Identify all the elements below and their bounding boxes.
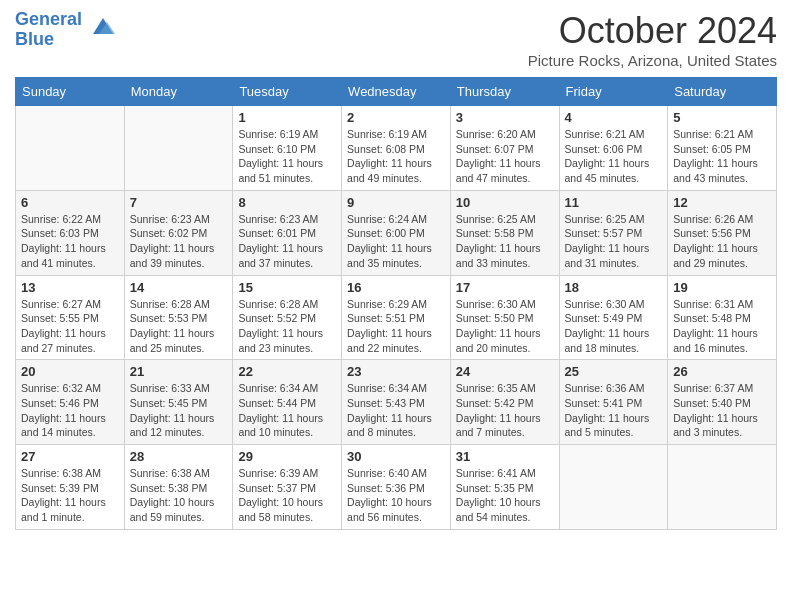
calendar-cell: 21Sunrise: 6:33 AM Sunset: 5:45 PM Dayli… — [124, 360, 233, 445]
calendar-cell: 17Sunrise: 6:30 AM Sunset: 5:50 PM Dayli… — [450, 275, 559, 360]
calendar-cell: 8Sunrise: 6:23 AM Sunset: 6:01 PM Daylig… — [233, 190, 342, 275]
location: Picture Rocks, Arizona, United States — [528, 52, 777, 69]
calendar-cell: 30Sunrise: 6:40 AM Sunset: 5:36 PM Dayli… — [342, 445, 451, 530]
day-info: Sunrise: 6:35 AM Sunset: 5:42 PM Dayligh… — [456, 381, 554, 440]
calendar-cell: 24Sunrise: 6:35 AM Sunset: 5:42 PM Dayli… — [450, 360, 559, 445]
day-info: Sunrise: 6:25 AM Sunset: 5:57 PM Dayligh… — [565, 212, 663, 271]
day-info: Sunrise: 6:21 AM Sunset: 6:05 PM Dayligh… — [673, 127, 771, 186]
day-number: 14 — [130, 280, 228, 295]
calendar-cell: 9Sunrise: 6:24 AM Sunset: 6:00 PM Daylig… — [342, 190, 451, 275]
day-number: 29 — [238, 449, 336, 464]
calendar-cell: 12Sunrise: 6:26 AM Sunset: 5:56 PM Dayli… — [668, 190, 777, 275]
day-number: 30 — [347, 449, 445, 464]
day-info: Sunrise: 6:40 AM Sunset: 5:36 PM Dayligh… — [347, 466, 445, 525]
day-number: 8 — [238, 195, 336, 210]
day-info: Sunrise: 6:31 AM Sunset: 5:48 PM Dayligh… — [673, 297, 771, 356]
calendar-cell: 7Sunrise: 6:23 AM Sunset: 6:02 PM Daylig… — [124, 190, 233, 275]
day-info: Sunrise: 6:19 AM Sunset: 6:08 PM Dayligh… — [347, 127, 445, 186]
calendar-cell: 11Sunrise: 6:25 AM Sunset: 5:57 PM Dayli… — [559, 190, 668, 275]
day-info: Sunrise: 6:25 AM Sunset: 5:58 PM Dayligh… — [456, 212, 554, 271]
day-number: 3 — [456, 110, 554, 125]
day-info: Sunrise: 6:39 AM Sunset: 5:37 PM Dayligh… — [238, 466, 336, 525]
calendar-cell — [16, 106, 125, 191]
calendar-cell: 2Sunrise: 6:19 AM Sunset: 6:08 PM Daylig… — [342, 106, 451, 191]
day-info: Sunrise: 6:23 AM Sunset: 6:02 PM Dayligh… — [130, 212, 228, 271]
day-number: 21 — [130, 364, 228, 379]
day-info: Sunrise: 6:38 AM Sunset: 5:38 PM Dayligh… — [130, 466, 228, 525]
calendar-cell: 26Sunrise: 6:37 AM Sunset: 5:40 PM Dayli… — [668, 360, 777, 445]
calendar-table: SundayMondayTuesdayWednesdayThursdayFrid… — [15, 77, 777, 530]
calendar-cell: 4Sunrise: 6:21 AM Sunset: 6:06 PM Daylig… — [559, 106, 668, 191]
day-number: 2 — [347, 110, 445, 125]
calendar-cell — [559, 445, 668, 530]
day-header-friday: Friday — [559, 78, 668, 106]
calendar-cell: 22Sunrise: 6:34 AM Sunset: 5:44 PM Dayli… — [233, 360, 342, 445]
day-number: 23 — [347, 364, 445, 379]
day-info: Sunrise: 6:23 AM Sunset: 6:01 PM Dayligh… — [238, 212, 336, 271]
calendar-cell: 3Sunrise: 6:20 AM Sunset: 6:07 PM Daylig… — [450, 106, 559, 191]
day-number: 28 — [130, 449, 228, 464]
day-number: 15 — [238, 280, 336, 295]
day-number: 18 — [565, 280, 663, 295]
calendar-cell: 18Sunrise: 6:30 AM Sunset: 5:49 PM Dayli… — [559, 275, 668, 360]
day-number: 7 — [130, 195, 228, 210]
day-header-wednesday: Wednesday — [342, 78, 451, 106]
day-number: 20 — [21, 364, 119, 379]
day-header-monday: Monday — [124, 78, 233, 106]
day-info: Sunrise: 6:30 AM Sunset: 5:49 PM Dayligh… — [565, 297, 663, 356]
day-info: Sunrise: 6:34 AM Sunset: 5:43 PM Dayligh… — [347, 381, 445, 440]
day-header-sunday: Sunday — [16, 78, 125, 106]
day-number: 11 — [565, 195, 663, 210]
calendar-week-row: 27Sunrise: 6:38 AM Sunset: 5:39 PM Dayli… — [16, 445, 777, 530]
day-header-thursday: Thursday — [450, 78, 559, 106]
day-info: Sunrise: 6:32 AM Sunset: 5:46 PM Dayligh… — [21, 381, 119, 440]
day-info: Sunrise: 6:33 AM Sunset: 5:45 PM Dayligh… — [130, 381, 228, 440]
calendar-cell: 29Sunrise: 6:39 AM Sunset: 5:37 PM Dayli… — [233, 445, 342, 530]
calendar-cell: 25Sunrise: 6:36 AM Sunset: 5:41 PM Dayli… — [559, 360, 668, 445]
calendar-cell: 13Sunrise: 6:27 AM Sunset: 5:55 PM Dayli… — [16, 275, 125, 360]
day-info: Sunrise: 6:27 AM Sunset: 5:55 PM Dayligh… — [21, 297, 119, 356]
day-number: 16 — [347, 280, 445, 295]
day-number: 9 — [347, 195, 445, 210]
day-number: 1 — [238, 110, 336, 125]
title-block: October 2024 Picture Rocks, Arizona, Uni… — [528, 10, 777, 69]
day-info: Sunrise: 6:19 AM Sunset: 6:10 PM Dayligh… — [238, 127, 336, 186]
day-info: Sunrise: 6:24 AM Sunset: 6:00 PM Dayligh… — [347, 212, 445, 271]
day-number: 24 — [456, 364, 554, 379]
day-info: Sunrise: 6:20 AM Sunset: 6:07 PM Dayligh… — [456, 127, 554, 186]
logo-text: General Blue — [15, 10, 82, 50]
day-info: Sunrise: 6:26 AM Sunset: 5:56 PM Dayligh… — [673, 212, 771, 271]
day-number: 13 — [21, 280, 119, 295]
day-info: Sunrise: 6:41 AM Sunset: 5:35 PM Dayligh… — [456, 466, 554, 525]
day-number: 26 — [673, 364, 771, 379]
page-header: General Blue October 2024 Picture Rocks,… — [15, 10, 777, 69]
calendar-cell: 28Sunrise: 6:38 AM Sunset: 5:38 PM Dayli… — [124, 445, 233, 530]
day-number: 10 — [456, 195, 554, 210]
calendar-cell: 14Sunrise: 6:28 AM Sunset: 5:53 PM Dayli… — [124, 275, 233, 360]
logo: General Blue — [15, 10, 117, 50]
day-number: 6 — [21, 195, 119, 210]
day-number: 25 — [565, 364, 663, 379]
calendar-week-row: 6Sunrise: 6:22 AM Sunset: 6:03 PM Daylig… — [16, 190, 777, 275]
day-number: 12 — [673, 195, 771, 210]
day-info: Sunrise: 6:29 AM Sunset: 5:51 PM Dayligh… — [347, 297, 445, 356]
day-info: Sunrise: 6:30 AM Sunset: 5:50 PM Dayligh… — [456, 297, 554, 356]
day-number: 31 — [456, 449, 554, 464]
calendar-week-row: 20Sunrise: 6:32 AM Sunset: 5:46 PM Dayli… — [16, 360, 777, 445]
day-number: 5 — [673, 110, 771, 125]
calendar-cell: 23Sunrise: 6:34 AM Sunset: 5:43 PM Dayli… — [342, 360, 451, 445]
calendar-header-row: SundayMondayTuesdayWednesdayThursdayFrid… — [16, 78, 777, 106]
calendar-cell — [124, 106, 233, 191]
calendar-cell: 15Sunrise: 6:28 AM Sunset: 5:52 PM Dayli… — [233, 275, 342, 360]
day-info: Sunrise: 6:34 AM Sunset: 5:44 PM Dayligh… — [238, 381, 336, 440]
calendar-cell: 16Sunrise: 6:29 AM Sunset: 5:51 PM Dayli… — [342, 275, 451, 360]
calendar-cell: 5Sunrise: 6:21 AM Sunset: 6:05 PM Daylig… — [668, 106, 777, 191]
calendar-cell — [668, 445, 777, 530]
calendar-week-row: 13Sunrise: 6:27 AM Sunset: 5:55 PM Dayli… — [16, 275, 777, 360]
day-info: Sunrise: 6:22 AM Sunset: 6:03 PM Dayligh… — [21, 212, 119, 271]
month-title: October 2024 — [528, 10, 777, 52]
calendar-cell: 20Sunrise: 6:32 AM Sunset: 5:46 PM Dayli… — [16, 360, 125, 445]
day-info: Sunrise: 6:38 AM Sunset: 5:39 PM Dayligh… — [21, 466, 119, 525]
day-header-saturday: Saturday — [668, 78, 777, 106]
calendar-cell: 31Sunrise: 6:41 AM Sunset: 5:35 PM Dayli… — [450, 445, 559, 530]
